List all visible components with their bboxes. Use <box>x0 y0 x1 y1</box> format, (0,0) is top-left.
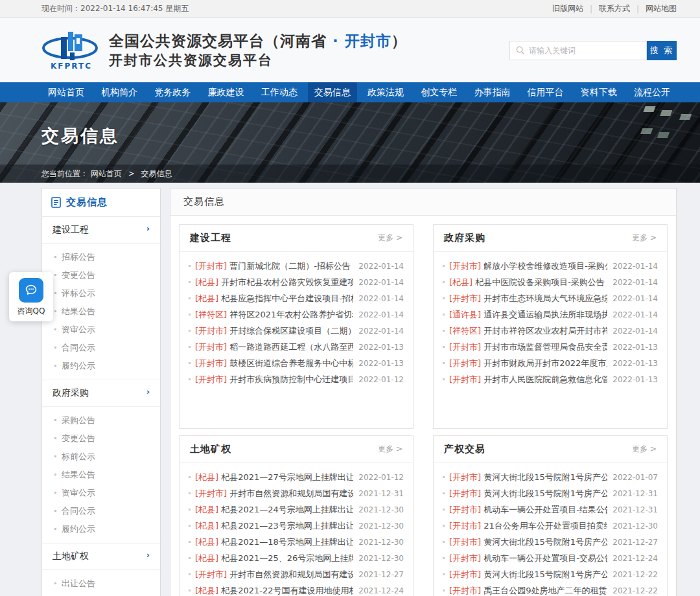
sidebar-sub-item[interactable]: 合同公示 <box>42 502 160 520</box>
topbar-link-separator: | <box>636 5 639 14</box>
sidebar-sub-item[interactable]: 变更公告 <box>42 430 160 448</box>
topbar-link[interactable]: 网站地图 <box>646 3 677 14</box>
sidebar-sub-list: 招标公告变更公告评标公示结果公告资审公示合同公示履约公示 <box>42 244 160 380</box>
list-item: [开封市] 解放小学校舍维修改造项目-采购公告 2022-01-14 <box>443 258 658 274</box>
item-title-link[interactable]: 开封市财政局开封市2022年度市直行政事业... <box>484 358 607 369</box>
item-title-link[interactable]: 杞县2021—23号宗地网上挂牌出让结果公告 <box>221 520 353 532</box>
section-list: [开封市] 解放小学校舍维修改造项目-采购公告 2022-01-14 [杞县] … <box>434 252 667 393</box>
sidebar-group: 政府采购 › 采购公告变更公告标前公示结果公告资审公示合同公示履约公示 <box>42 380 160 544</box>
item-region-tag: [开封市] <box>195 260 227 272</box>
item-title-link[interactable]: 开封综合保税区建设项目（二期）二次-变更... <box>229 325 353 337</box>
breadcrumb-home-link[interactable]: 网站首页 <box>91 169 122 178</box>
sidebar-sub-item[interactable]: 标前公示 <box>42 448 160 466</box>
item-title-link[interactable]: 稻一路道路西延工程（水八路至西干渠）（E... <box>229 341 353 353</box>
item-title-link[interactable]: 开封市人民医院院前急救信息化管理系统采... <box>484 374 607 385</box>
item-title-link[interactable]: 开封市祥符区农业农村局开封市祥符区2021... <box>484 325 607 337</box>
bullet-dot <box>189 476 191 478</box>
section-title: 建设工程 <box>190 232 231 244</box>
sidebar-sub-item[interactable]: 履约公示 <box>42 357 160 375</box>
sidebar-group-label[interactable]: 建设工程 › <box>42 217 160 244</box>
item-title-link[interactable]: 杞县2021—24号宗地网上挂牌出让结果公告 <box>221 504 353 516</box>
list-item: [杞县] 杞县2021-22号国有建设用地使用权出让网... 2021-12-2… <box>189 582 404 596</box>
bullet-dot <box>189 590 191 591</box>
item-title-link[interactable]: 解放小学校舍维修改造项目-采购公告 <box>484 260 607 272</box>
nav-item[interactable]: 政策法规 <box>361 82 410 102</box>
title1-suffix: ） <box>391 32 407 49</box>
item-region-tag: [杞县] <box>195 585 218 596</box>
item-region-tag: [开封市] <box>449 520 481 532</box>
sidebar-sub-item[interactable]: 合同公示 <box>42 339 160 357</box>
item-title-link[interactable]: 杞县2021—18号宗地网上挂牌出让结果公告 <box>221 536 353 548</box>
item-title-link[interactable]: 杞县2021—27号宗地网上挂牌出让结果公告 <box>221 472 353 483</box>
item-region-tag: [杞县] <box>195 553 218 564</box>
nav-item[interactable]: 工作动态 <box>255 82 304 102</box>
nav-item[interactable]: 交易信息 <box>308 82 357 102</box>
sidebar-sub-item[interactable]: 变更公告 <box>42 593 160 596</box>
sidebar-sub-item[interactable]: 资审公示 <box>42 484 160 502</box>
item-title-link[interactable]: 杞县2021-22号国有建设用地使用权出让网... <box>221 585 353 596</box>
item-title-link[interactable]: 开封市自然资源和规划局国有建设用地使用... <box>229 569 353 580</box>
sidebar-sub-item[interactable]: 结果公告 <box>42 303 160 321</box>
section-more-link[interactable]: 更多 > <box>632 233 657 244</box>
list-item: [祥符区] 开封市祥符区农业农村局开封市祥符区2021... 2022-01-1… <box>443 323 658 339</box>
item-title-link[interactable]: 开封市杞县农村公路灾毁恢复重建项目X012... <box>221 277 353 288</box>
item-title-link[interactable]: 黄河大街北段15号院附1号房产公开招租项... <box>484 472 607 483</box>
topbar-link[interactable]: 联系方式 <box>599 3 630 14</box>
item-title-link[interactable]: 开封市自然资源和规划局国有建设用地使用... <box>229 488 353 499</box>
search-input[interactable] <box>529 46 641 55</box>
sidebar-sub-item[interactable]: 招标公告 <box>42 248 160 266</box>
item-title-link[interactable]: 杞县中医院设备采购项目-采购公告 <box>475 277 607 288</box>
list-item: [杞县] 杞县2021—18号宗地网上挂牌出让结果公告 2021-12-30 <box>189 534 404 550</box>
item-title-link[interactable]: 禹王台公园9处房地产二年的租赁权公开招租... <box>484 585 607 596</box>
item-title-link[interactable]: 通许县交通运输局执法所非现场执法系统设... <box>484 309 607 321</box>
item-title-link[interactable]: 开封市生态环境局大气环境应急综合能力建... <box>484 293 607 304</box>
sidebar-sub-item[interactable]: 采购公告 <box>42 411 160 430</box>
item-title-link[interactable]: 机动车一辆公开处置项目-交易公告 <box>484 553 607 564</box>
sidebar-sub-item[interactable]: 出让公告 <box>42 575 160 593</box>
nav-item[interactable]: 流程公开 <box>627 82 677 102</box>
search-box <box>509 41 647 60</box>
topbar-link[interactable]: 旧版网站 <box>552 3 583 14</box>
item-title-link[interactable]: 黄河大街北段15号院附1号房产公开招租项... <box>484 488 607 499</box>
sidebar-sub-item[interactable]: 履约公示 <box>42 520 160 538</box>
item-title-link[interactable]: 鼓楼区街道综合养老服务中心中标候选人公示 <box>229 358 353 369</box>
item-title-link[interactable]: 杞县应急指挥中心平台建设项目-招标公告 <box>221 293 353 304</box>
bullet-dot <box>443 378 445 380</box>
sidebar-group-label[interactable]: 政府采购 › <box>42 380 160 407</box>
item-region-tag: [开封市] <box>195 325 227 337</box>
nav-item[interactable]: 资料下载 <box>574 82 624 102</box>
sidebar-sub-item[interactable]: 评标公示 <box>42 284 160 303</box>
item-title-link[interactable]: 祥符区2021年农村公路养护省切块资金补助... <box>229 309 353 321</box>
item-region-tag: [杞县] <box>195 472 218 483</box>
nav-item[interactable]: 机构简介 <box>95 82 144 102</box>
item-title-link[interactable]: 曹门新城北院（二期）-招标公告 <box>229 260 353 272</box>
nav-item[interactable]: 廉政建设 <box>202 82 251 102</box>
item-title-link[interactable]: 21台公务用车公开处置项目拍卖结果公告 <box>484 520 607 532</box>
section-more-link[interactable]: 更多 > <box>632 444 657 455</box>
item-title-link[interactable]: 开封市疾病预防控制中心迁建项目设计-招标... <box>229 374 353 385</box>
sidebar-group-label[interactable]: 土地矿权 › <box>42 544 160 570</box>
search-button[interactable]: 搜 索 <box>647 41 677 60</box>
nav-item[interactable]: 创文专栏 <box>414 82 463 102</box>
nav-item[interactable]: 信用平台 <box>521 82 570 102</box>
item-date: 2022-01-13 <box>358 359 404 368</box>
item-title-link[interactable]: 开封市市场监督管理局食品安全责任保险项... <box>484 341 607 353</box>
item-date: 2021-12-27 <box>612 538 658 547</box>
bullet-dot <box>189 525 191 527</box>
breadcrumb-current: 交易信息 <box>141 169 172 178</box>
section-more-link[interactable]: 更多 > <box>378 444 402 455</box>
sidebar-sub-item[interactable]: 结果公告 <box>42 466 160 484</box>
sidebar-sub-item[interactable]: 资审公示 <box>42 321 160 339</box>
bullet-dot <box>443 541 445 543</box>
item-title-link[interactable]: 机动车一辆公开处置项目-结果公告 <box>484 504 607 516</box>
qq-consult-button[interactable]: 咨询QQ <box>9 272 53 321</box>
section-more-link[interactable]: 更多 > <box>378 233 402 244</box>
nav-item[interactable]: 党务政务 <box>148 82 197 102</box>
item-title-link[interactable]: 黄河大街北段15号院附1号房产公开招租项... <box>484 536 607 548</box>
item-title-link[interactable]: 黄河大街北段15号院附1号房产公开招租项目 <box>484 569 607 580</box>
item-title-link[interactable]: 杞县2021—25、26号宗地网上挂牌出让结... <box>221 553 353 564</box>
sidebar-sub-item[interactable]: 变更公告 <box>42 266 160 284</box>
nav-item[interactable]: 办事指南 <box>467 82 517 102</box>
nav-item[interactable]: 网站首页 <box>41 82 91 102</box>
list-item: [开封市] 开封市疾病预防控制中心迁建项目设计-招标... 2022-01-12 <box>189 371 404 387</box>
